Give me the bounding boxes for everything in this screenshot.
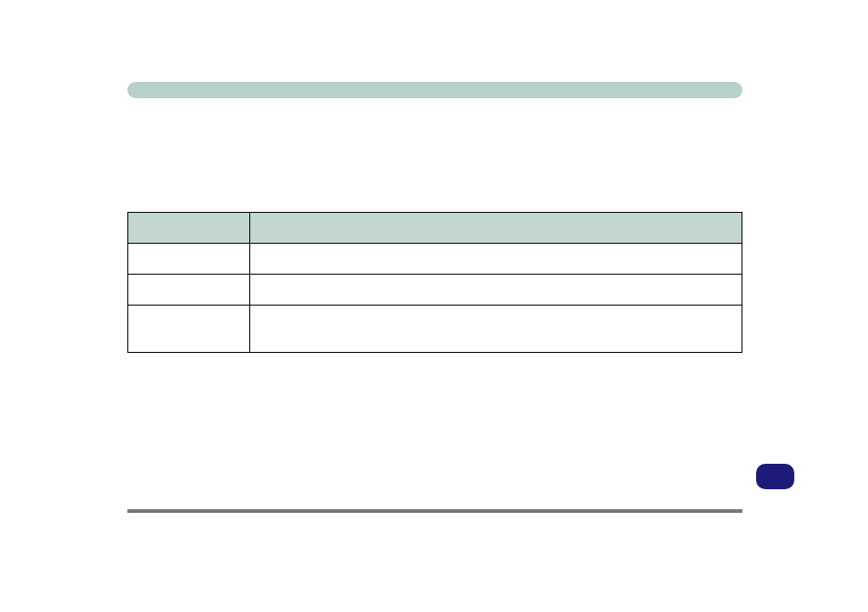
table-cell xyxy=(128,275,250,306)
table-cell xyxy=(128,244,250,275)
footer-rule xyxy=(127,509,742,513)
table-cell xyxy=(128,306,250,353)
table-cell xyxy=(250,306,742,353)
table-row xyxy=(128,306,742,353)
page-number-badge xyxy=(756,464,794,489)
table-header-col-2 xyxy=(250,213,742,244)
table-row xyxy=(128,275,742,306)
data-table xyxy=(127,212,742,353)
table-cell xyxy=(250,275,742,306)
table-row xyxy=(128,244,742,275)
table-cell xyxy=(250,244,742,275)
table-header-col-1 xyxy=(128,213,250,244)
table-header-row xyxy=(128,213,742,244)
section-header xyxy=(127,82,742,98)
